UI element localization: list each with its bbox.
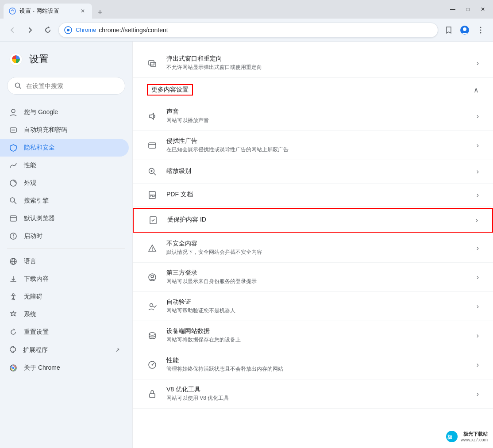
popup-title: 弹出式窗口和重定向 (166, 55, 468, 63)
watermark-line2: www.xz7.com (461, 437, 488, 442)
svg-point-21 (13, 237, 14, 238)
about-icon (9, 364, 18, 372)
pdf-item[interactable]: PDF PDF 文档 › (133, 184, 493, 207)
watermark-logo: 极 (446, 430, 458, 443)
sidebar-item-system[interactable]: 系统 (0, 306, 129, 323)
performance-content-icon (147, 360, 158, 370)
ads-arrow: › (477, 142, 479, 149)
profile-button[interactable] (458, 23, 472, 37)
sidebar-item-appearance-label: 外观 (24, 179, 36, 187)
popup-item[interactable]: 弹出式窗口和重定向 不允许网站显示弹出式窗口或使用重定向 › (133, 49, 493, 78)
ads-subtitle: 在已知会展示侵扰性或误导性广告的网站上屏蔽广告 (166, 146, 468, 153)
device-storage-item[interactable]: 设备端网站数据 网站可将数据保存在您的设备上 › (133, 321, 493, 350)
auto-verify-title: 自动验证 (166, 298, 468, 306)
bookmark-button[interactable] (442, 23, 456, 37)
sidebar-item-autofill[interactable]: 自动填充和密码 (0, 121, 129, 139)
sidebar-item-about[interactable]: 关于 Chrome (0, 359, 129, 377)
sidebar-item-search[interactable]: 搜索引擎 (0, 192, 129, 210)
accessibility-icon (9, 292, 18, 301)
extensions-left: 扩展程序 (9, 345, 48, 355)
sidebar-item-startup[interactable]: 启动时 (0, 227, 129, 245)
sidebar-item-reset[interactable]: 重置设置 (0, 323, 129, 341)
ads-item[interactable]: 侵扰性广告 在已知会展示侵扰性或误导性广告的网站上屏蔽广告 › (133, 131, 493, 160)
protected-content-item[interactable]: 受保护内容 ID › (133, 208, 493, 233)
unsafe-content-item[interactable]: 不安全内容 默认情况下，安全网站会拦截不安全内容 › (133, 234, 493, 263)
toolbar-right (442, 23, 488, 37)
sound-item[interactable]: 声音 网站可以播放声音 › (133, 102, 493, 131)
zoom-item[interactable]: 缩放级别 › (133, 160, 493, 184)
forward-button[interactable] (23, 23, 37, 37)
active-tab[interactable]: 设置 - 网站设置 ✕ (4, 4, 92, 19)
performance-item[interactable]: 性能 管理将始终保持活跃状态且不会释放出内存的网站 › (133, 350, 493, 379)
startup-icon (9, 232, 18, 241)
svg-point-44 (150, 303, 153, 306)
sidebar-nav: 您与 Google 自动填充和密码 隐私和安全 (0, 102, 132, 379)
svg-point-0 (9, 8, 15, 14)
sidebar-item-accessibility[interactable]: 无障碍 (0, 288, 129, 306)
third-party-login-arrow: › (477, 273, 479, 281)
language-icon (9, 257, 18, 266)
browser-icon (9, 214, 18, 223)
browser-frame: 设置 - 网站设置 ✕ + — □ ✕ Ch (0, 0, 493, 448)
sidebar-item-language[interactable]: 语言 (0, 253, 129, 270)
sidebar-item-appearance[interactable]: 外观 (0, 174, 129, 192)
sidebar-item-performance-label: 性能 (24, 161, 36, 169)
shield-icon (9, 143, 18, 152)
search-bar[interactable] (7, 77, 125, 95)
svg-point-7 (480, 32, 481, 33)
sidebar-item-reset-label: 重置设置 (24, 328, 49, 336)
tab-close-button[interactable]: ✕ (79, 7, 87, 15)
third-party-login-subtitle: 网站可以显示来自身份服务的登录提示 (166, 278, 468, 285)
v8-text: V8 优化工具 网站可以使用 V8 优化工具 (166, 386, 468, 402)
sidebar-item-autofill-label: 自动填充和密码 (24, 126, 67, 134)
reload-button[interactable] (41, 23, 55, 37)
sidebar-item-downloads[interactable]: 下载内容 (0, 270, 129, 288)
sidebar-item-browser[interactable]: 默认浏览器 (0, 210, 129, 227)
sidebar-item-startup-label: 启动时 (24, 232, 42, 240)
sidebar-item-extensions[interactable]: 扩展程序 ↗ (0, 341, 129, 359)
maximize-button[interactable]: □ (461, 4, 474, 15)
more-content-section-header[interactable]: 更多内容设置 ∧ (133, 78, 493, 102)
tab-favicon (9, 8, 16, 15)
sidebar-item-performance[interactable]: 性能 (0, 157, 129, 174)
auto-verify-item[interactable]: 自动验证 网站可帮助验证您不是机器人 › (133, 292, 493, 321)
sidebar-item-google[interactable]: 您与 Google (0, 103, 129, 121)
svg-point-45 (149, 333, 155, 335)
search-input[interactable] (26, 82, 118, 89)
sidebar-item-downloads-label: 下载内容 (24, 275, 49, 283)
autofill-icon (9, 126, 18, 134)
svg-rect-31 (149, 143, 156, 148)
address-bar[interactable]: Chrome chrome://settings/content (58, 23, 438, 38)
back-button[interactable] (5, 23, 19, 37)
third-party-login-item[interactable]: 第三方登录 网站可以显示来自身份服务的登录提示 › (133, 263, 493, 292)
new-tab-button[interactable]: + (94, 6, 106, 19)
v8-item[interactable]: V8 优化工具 网站可以使用 V8 优化工具 › (133, 379, 493, 409)
close-button[interactable]: ✕ (476, 4, 489, 15)
v8-subtitle: 网站可以使用 V8 优化工具 (166, 394, 468, 402)
sidebar-item-privacy[interactable]: 隐私和安全 (0, 139, 129, 157)
device-storage-text: 设备端网站数据 网站可将数据保存在您的设备上 (166, 327, 468, 344)
toolbar: Chrome chrome://settings/content (0, 19, 493, 42)
svg-point-11 (12, 109, 15, 113)
unsafe-title: 不安全内容 (166, 240, 468, 248)
sidebar-item-extensions-label: 扩展程序 (23, 346, 48, 354)
device-storage-subtitle: 网站可将数据保存在您的设备上 (166, 336, 468, 344)
performance-text: 性能 管理将始终保持活跃状态且不会释放出内存的网站 (166, 356, 468, 373)
svg-rect-48 (150, 394, 155, 398)
sidebar-item-search-label: 搜索引擎 (24, 197, 49, 205)
sound-text: 声音 网站可以播放声音 (166, 108, 468, 124)
device-storage-arrow: › (477, 332, 479, 340)
third-party-login-title: 第三方登录 (166, 269, 468, 277)
v8-arrow: › (477, 390, 479, 398)
person-check-icon (147, 301, 158, 312)
sidebar-item-browser-label: 默认浏览器 (24, 214, 55, 222)
svg-rect-29 (149, 61, 154, 65)
menu-button[interactable] (474, 23, 488, 37)
sound-title: 声音 (166, 108, 468, 116)
minimize-button[interactable]: — (446, 4, 459, 15)
popup-icon (147, 58, 158, 69)
performance-icon (9, 161, 18, 170)
zoom-icon (147, 166, 158, 177)
external-link-icon: ↗ (115, 347, 120, 353)
svg-point-5 (480, 27, 481, 28)
